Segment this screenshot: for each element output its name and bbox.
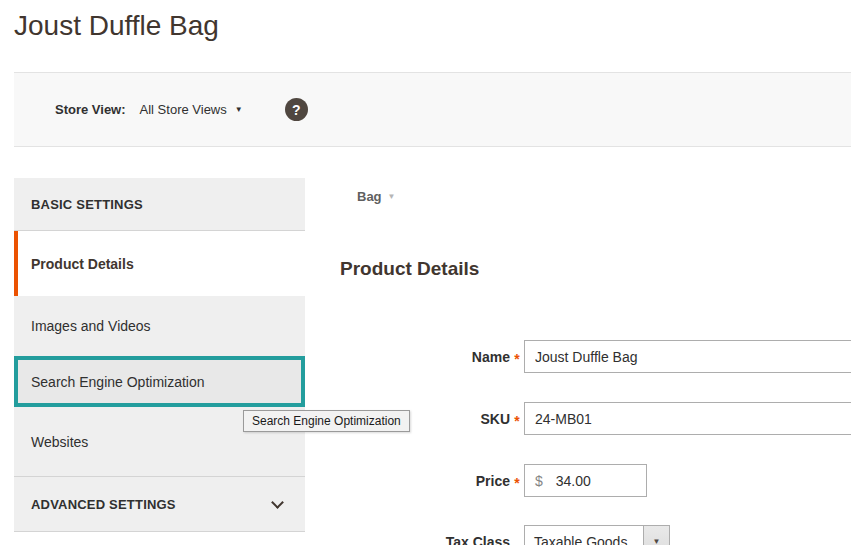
attribute-set-switcher[interactable]: Bag ▼ xyxy=(357,189,395,204)
sidebar-item-images-and-videos[interactable]: Images and Videos xyxy=(14,296,305,356)
sidebar-item-label: Product Details xyxy=(31,256,134,272)
name-input[interactable] xyxy=(524,340,851,373)
sidebar-item-search-engine-optimization[interactable]: Search Engine Optimization xyxy=(14,356,305,407)
store-view-label: Store View: xyxy=(55,102,126,117)
sku-input[interactable] xyxy=(524,402,851,435)
price-field-row: Price * $ 34.00 xyxy=(340,464,647,497)
sidebar-item-label: Images and Videos xyxy=(31,318,151,334)
required-marker: * xyxy=(510,471,524,491)
select-dropdown-button[interactable]: ▼ xyxy=(643,526,669,545)
store-view-bar: Store View: All Store Views ▼ ? xyxy=(14,72,851,147)
chevron-down-icon xyxy=(271,496,284,509)
name-field-row: Name * xyxy=(340,340,851,373)
caret-down-icon: ▼ xyxy=(235,106,243,114)
sidebar-section-advanced-settings[interactable]: ADVANCED SETTINGS xyxy=(14,476,305,532)
sku-field-row: SKU * xyxy=(340,402,851,435)
tooltip: Search Engine Optimization xyxy=(243,410,410,432)
caret-down-icon: ▼ xyxy=(388,193,396,201)
sidebar-section-basic-settings: BASIC SETTINGS xyxy=(14,178,305,231)
price-value: 34.00 xyxy=(556,473,591,489)
store-view-value: All Store Views xyxy=(140,102,227,117)
sidebar-item-label: Websites xyxy=(31,434,88,450)
tax-class-field-row: Tax Class Taxable Goods ▼ xyxy=(340,525,670,545)
settings-sidebar: BASIC SETTINGS Product Details Images an… xyxy=(14,178,305,532)
page-title: Joust Duffle Bag xyxy=(14,10,219,42)
required-marker: * xyxy=(510,347,524,367)
required-marker: * xyxy=(510,409,524,429)
tax-class-label: Tax Class xyxy=(340,534,510,545)
sidebar-item-label: Search Engine Optimization xyxy=(31,374,205,390)
sidebar-item-product-details[interactable]: Product Details xyxy=(14,231,305,296)
store-view-switcher[interactable]: All Store Views ▼ xyxy=(140,102,243,117)
help-icon[interactable]: ? xyxy=(285,98,308,121)
price-input[interactable]: $ 34.00 xyxy=(524,464,647,497)
caret-down-icon: ▼ xyxy=(653,538,661,545)
price-label: Price xyxy=(340,473,510,489)
tax-class-value: Taxable Goods xyxy=(525,534,643,545)
currency-symbol: $ xyxy=(525,473,543,489)
attribute-set-label: Bag xyxy=(357,189,382,204)
section-heading: Product Details xyxy=(340,258,479,280)
name-label: Name xyxy=(340,349,510,365)
required-marker-placeholder xyxy=(510,540,524,544)
sidebar-section-label: ADVANCED SETTINGS xyxy=(31,497,176,512)
tax-class-select[interactable]: Taxable Goods ▼ xyxy=(524,525,670,545)
